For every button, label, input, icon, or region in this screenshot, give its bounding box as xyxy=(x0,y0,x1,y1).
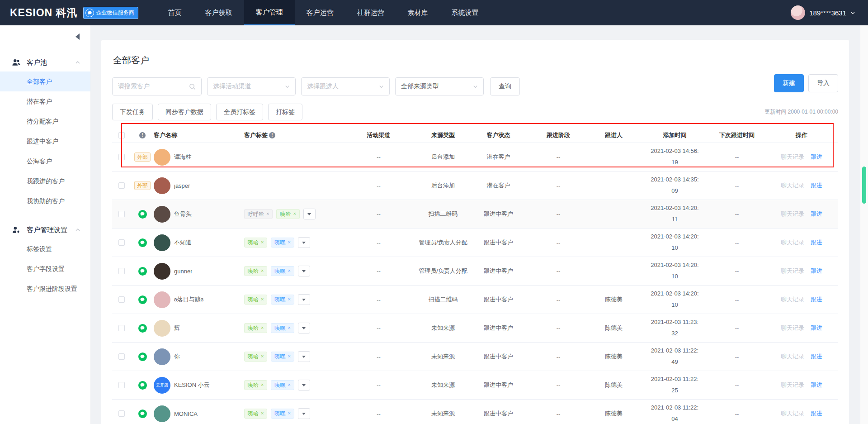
tag-咦哈: 咦哈× xyxy=(244,380,267,390)
tag-remove-icon[interactable]: × xyxy=(261,382,264,388)
tag-dropdown-button[interactable] xyxy=(298,351,310,362)
create-button[interactable]: 新建 xyxy=(774,74,804,92)
header-label-add_time: 添加时间 xyxy=(663,131,687,139)
batch-button-全员打标签[interactable]: 全员打标签 xyxy=(216,104,263,120)
batch-button-打标签[interactable]: 打标签 xyxy=(268,104,302,120)
wechat-bubble-icon xyxy=(140,268,145,274)
channel-select[interactable]: 选择活动渠道 xyxy=(207,77,296,95)
cell-select xyxy=(112,239,131,246)
add-time-line2: 09 xyxy=(671,186,678,197)
sidebar-section-title-客户管理设置[interactable]: 客户管理设置 xyxy=(0,221,90,239)
tag-remove-icon[interactable]: × xyxy=(266,211,269,217)
follow-link[interactable]: 跟进 xyxy=(811,153,822,161)
follow-link[interactable]: 跟进 xyxy=(811,295,822,304)
tag-remove-icon[interactable]: × xyxy=(288,410,290,416)
chat-record-link[interactable]: 聊天记录 xyxy=(781,410,804,418)
batch-button-下发任务[interactable]: 下发任务 xyxy=(112,104,153,120)
chat-record-link[interactable]: 聊天记录 xyxy=(781,381,804,389)
chat-record-link[interactable]: 聊天记录 xyxy=(781,181,804,190)
tag-dropdown-button[interactable] xyxy=(298,408,310,419)
tag-dropdown-button[interactable] xyxy=(298,380,310,391)
sidebar-section-title-客户池[interactable]: 客户池 xyxy=(0,53,90,71)
chat-record-link[interactable]: 聊天记录 xyxy=(781,295,804,304)
import-button[interactable]: 导入 xyxy=(808,74,838,92)
chat-record-link[interactable]: 聊天记录 xyxy=(781,324,804,332)
sidebar-item-潜在客户[interactable]: 潜在客户 xyxy=(0,91,90,111)
tag-remove-icon[interactable]: × xyxy=(261,268,264,274)
nav-item-客户管理[interactable]: 客户管理 xyxy=(244,0,295,25)
tag-dropdown-button[interactable] xyxy=(298,294,310,305)
tag-remove-icon[interactable]: × xyxy=(293,211,296,217)
chat-record-link[interactable]: 聊天记录 xyxy=(781,210,804,218)
batch-button-同步客户数据[interactable]: 同步客户数据 xyxy=(158,104,211,120)
source-type-select[interactable]: 全部来源类型 xyxy=(395,77,484,95)
cell-follower: 陈德美 xyxy=(592,381,635,389)
page-scrollbar[interactable] xyxy=(860,25,868,424)
sidebar-item-我协助的客户[interactable]: 我协助的客户 xyxy=(0,191,90,211)
nav-item-首页[interactable]: 首页 xyxy=(156,0,193,25)
row-checkbox[interactable] xyxy=(118,296,125,303)
row-checkbox[interactable] xyxy=(118,410,125,417)
tag-dropdown-button[interactable] xyxy=(298,323,310,333)
follow-link[interactable]: 跟进 xyxy=(811,324,822,332)
wechat-bubble-icon xyxy=(140,382,145,388)
follow-link[interactable]: 跟进 xyxy=(811,267,822,275)
row-checkbox[interactable] xyxy=(118,353,125,360)
nav-item-客户运营[interactable]: 客户运营 xyxy=(295,0,345,25)
sidebar-item-我跟进的客户[interactable]: 我跟进的客户 xyxy=(0,171,90,191)
query-button[interactable]: 查询 xyxy=(490,77,520,95)
search-input[interactable]: 请搜索客户 xyxy=(112,77,202,95)
tag-remove-icon[interactable]: × xyxy=(288,325,290,331)
row-checkbox[interactable] xyxy=(118,154,125,160)
user-avatar[interactable] xyxy=(791,5,805,20)
follower-select[interactable]: 选择跟进人 xyxy=(301,77,390,95)
tag-remove-icon[interactable]: × xyxy=(288,296,290,302)
sidebar-item-待分配客户[interactable]: 待分配客户 xyxy=(0,111,90,131)
tag-remove-icon[interactable]: × xyxy=(261,353,264,359)
nav-item-社群运营[interactable]: 社群运营 xyxy=(345,0,396,25)
sidebar-item-全部客户[interactable]: 全部客户 xyxy=(0,71,90,91)
follow-link[interactable]: 跟进 xyxy=(811,181,822,190)
follow-link[interactable]: 跟进 xyxy=(811,238,822,247)
tag-remove-icon[interactable]: × xyxy=(288,382,290,388)
row-checkbox[interactable] xyxy=(118,211,125,217)
chat-record-link[interactable]: 聊天记录 xyxy=(781,238,804,247)
chat-record-link[interactable]: 聊天记录 xyxy=(781,153,804,161)
row-checkbox[interactable] xyxy=(118,325,125,331)
nav-item-系统设置[interactable]: 系统设置 xyxy=(440,0,491,25)
chat-record-link[interactable]: 聊天记录 xyxy=(781,267,804,275)
tag-remove-icon[interactable]: × xyxy=(261,296,264,302)
follow-link[interactable]: 跟进 xyxy=(811,410,822,418)
sidebar-collapse-icon[interactable] xyxy=(75,33,80,40)
tag-dropdown-button[interactable] xyxy=(303,209,316,219)
sidebar-item-标签设置[interactable]: 标签设置 xyxy=(0,239,90,259)
row-checkbox[interactable] xyxy=(118,382,125,388)
tag-dropdown-button[interactable] xyxy=(298,266,310,276)
tag-remove-icon[interactable]: × xyxy=(288,268,290,274)
tag-label: 咦哈 xyxy=(248,296,259,303)
sidebar-item-公海客户[interactable]: 公海客户 xyxy=(0,151,90,171)
row-checkbox[interactable] xyxy=(118,182,125,189)
nav-item-素材库[interactable]: 素材库 xyxy=(396,0,440,25)
tag-remove-icon[interactable]: × xyxy=(288,239,290,245)
tag-remove-icon[interactable]: × xyxy=(261,239,264,245)
tag-remove-icon[interactable]: × xyxy=(288,353,290,359)
chat-record-link[interactable]: 聊天记录 xyxy=(781,353,804,361)
cell-stage: -- xyxy=(524,353,592,360)
tag-label: 咦嘿 xyxy=(274,382,285,388)
row-checkbox[interactable] xyxy=(118,239,125,246)
sidebar-item-跟进中客户[interactable]: 跟进中客户 xyxy=(0,131,90,151)
sidebar-item-客户字段设置[interactable]: 客户字段设置 xyxy=(0,259,90,279)
follow-link[interactable]: 跟进 xyxy=(811,210,822,218)
tag-remove-icon[interactable]: × xyxy=(261,325,264,331)
tag-dropdown-button[interactable] xyxy=(298,237,310,248)
tag-remove-icon[interactable]: × xyxy=(261,410,264,416)
row-checkbox[interactable] xyxy=(118,268,125,274)
select-all-checkbox[interactable] xyxy=(118,132,125,138)
user-area[interactable]: 189****3631 xyxy=(791,5,868,20)
sidebar-item-客户跟进阶段设置[interactable]: 客户跟进阶段设置 xyxy=(0,279,90,299)
nav-item-客户获取[interactable]: 客户获取 xyxy=(193,0,244,25)
follow-link[interactable]: 跟进 xyxy=(811,381,822,389)
scrollbar-thumb[interactable] xyxy=(862,167,866,204)
follow-link[interactable]: 跟进 xyxy=(811,353,822,361)
